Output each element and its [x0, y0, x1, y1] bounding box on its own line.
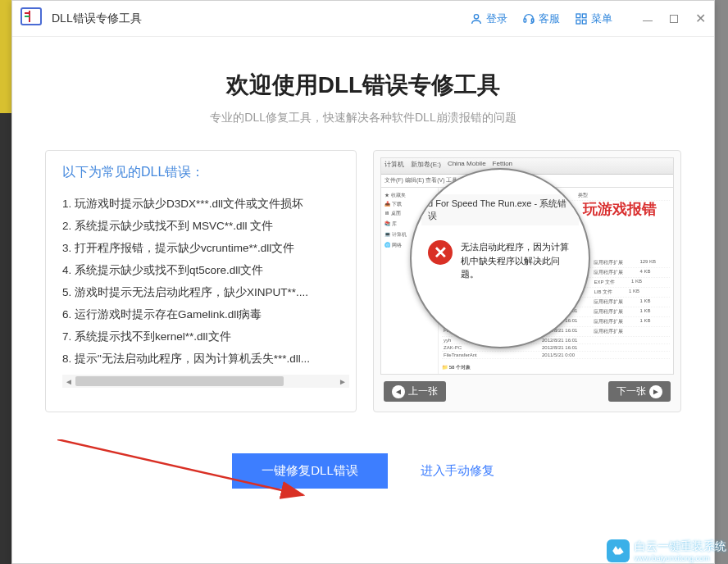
app-window: DLL错误专修工具 登录 客服 菜单 ✕ 欢迎使用DLL错误专修工具 专业的DL…: [11, 0, 715, 564]
example-screenshot: 计算机新加卷(E:)China MobileFettion 文件(F) 编辑(E…: [380, 157, 674, 375]
scroll-thumb[interactable]: [75, 376, 284, 386]
list-item: 4. 系统提示缺少或找不到qt5core.dll文件: [62, 259, 349, 281]
watermark-logo-icon: [607, 539, 630, 562]
manual-repair-link[interactable]: 进入手动修复: [421, 463, 494, 479]
close-button[interactable]: ✕: [694, 13, 706, 25]
login-label: 登录: [486, 11, 507, 26]
panels: 以下为常见的DLL错误： 1. 玩游戏时提示缺少D3DX***.dll文件或文件…: [45, 150, 681, 412]
minimize-button[interactable]: [642, 13, 653, 25]
user-icon: [470, 12, 483, 25]
main-content: 欢迎使用DLL错误专修工具 专业的DLL修复工具，快速解决各种软件DLL崩溃报错…: [12, 37, 714, 489]
chevron-right-icon: ►: [649, 385, 662, 398]
desktop-background-strip: [0, 0, 11, 564]
svg-rect-4: [582, 14, 586, 18]
menu-button[interactable]: 菜单: [575, 11, 612, 26]
prev-label: 上一张: [408, 384, 438, 398]
list-item: 7. 系统提示找不到kernel**.dll文件: [62, 325, 349, 348]
grid-icon: [575, 12, 588, 25]
game-error-label: 玩游戏报错: [583, 199, 657, 219]
list-item: 3. 打开程序报错，提示缺少vcruntime**.dll文件: [62, 237, 349, 259]
scroll-right-arrow[interactable]: ►: [336, 375, 349, 388]
titlebar: DLL错误专修工具 登录 客服 菜单 ✕: [12, 1, 714, 37]
window-controls: ✕: [642, 13, 706, 25]
welcome-title: 欢迎使用DLL错误专修工具: [45, 70, 681, 101]
common-errors-heading: 以下为常见的DLL错误：: [62, 164, 349, 181]
screenshot-carousel: 计算机新加卷(E:)China MobileFettion 文件(F) 编辑(E…: [373, 150, 681, 412]
prev-image-button[interactable]: ◄ 上一张: [384, 381, 446, 402]
error-list: 1. 玩游戏时提示缺少D3DX***.dll文件或文件损坏 2. 系统提示缺少或…: [62, 193, 349, 370]
magnifier-lens: d For Speed The Run.exe - 系统错误 ✕ 无法启动此程序…: [410, 168, 590, 348]
list-item: 5. 游戏时提示无法启动此程序，缺少XINPUT**....: [62, 281, 349, 303]
list-item: 1. 玩游戏时提示缺少D3DX***.dll文件或文件损坏: [62, 193, 349, 215]
scroll-track[interactable]: [75, 375, 336, 388]
next-label: 下一张: [617, 384, 646, 398]
support-button[interactable]: 客服: [522, 11, 560, 26]
menu-label: 菜单: [591, 11, 612, 26]
error-x-icon: ✕: [428, 240, 453, 265]
svg-rect-6: [582, 20, 586, 24]
list-item: 6. 运行游戏时提示存在Gamelink.dll病毒: [62, 303, 349, 325]
maximize-button[interactable]: [668, 13, 680, 25]
app-title: DLL错误专修工具: [52, 11, 470, 26]
svg-rect-1: [524, 19, 526, 22]
list-item: 2. 系统提示缺少或找不到 MSVC**.dll 文件: [62, 215, 349, 237]
horizontal-scrollbar[interactable]: ◄ ►: [62, 375, 349, 388]
svg-rect-2: [531, 19, 534, 22]
watermark-text: 白云一键重装系统: [635, 539, 726, 554]
titlebar-actions: 登录 客服 菜单 ✕: [470, 11, 706, 26]
carousel-nav: ◄ 上一张 下一张 ►: [374, 381, 680, 402]
scroll-left-arrow[interactable]: ◄: [62, 375, 75, 388]
common-errors-panel: 以下为常见的DLL错误： 1. 玩游戏时提示缺少D3DX***.dll文件或文件…: [45, 150, 357, 412]
login-button[interactable]: 登录: [470, 11, 507, 26]
svg-rect-3: [576, 14, 580, 18]
welcome-subtitle: 专业的DLL修复工具，快速解决各种软件DLL崩溃报错的问题: [45, 111, 681, 125]
chevron-left-icon: ◄: [392, 385, 405, 398]
headset-icon: [522, 12, 535, 25]
error-dialog-message: 无法启动此程序，因为计算机中缺失程序以解决此问题。: [461, 240, 572, 281]
support-label: 客服: [539, 11, 560, 26]
svg-rect-5: [576, 20, 580, 24]
repair-dll-button[interactable]: 一键修复DLL错误: [232, 453, 388, 489]
svg-point-0: [474, 14, 478, 18]
action-row: 一键修复DLL错误 进入手动修复: [45, 453, 681, 489]
watermark-url: www.baiyunxitong.com: [635, 554, 726, 562]
app-icon: [20, 7, 43, 30]
list-item: 8. 提示"无法启动此程序，因为计算机丢失***.dll...: [62, 348, 349, 370]
watermark: 白云一键重装系统 www.baiyunxitong.com: [607, 539, 726, 562]
error-dialog-title: d For Speed The Run.exe - 系统错误: [421, 194, 579, 225]
next-image-button[interactable]: 下一张 ►: [608, 381, 671, 402]
